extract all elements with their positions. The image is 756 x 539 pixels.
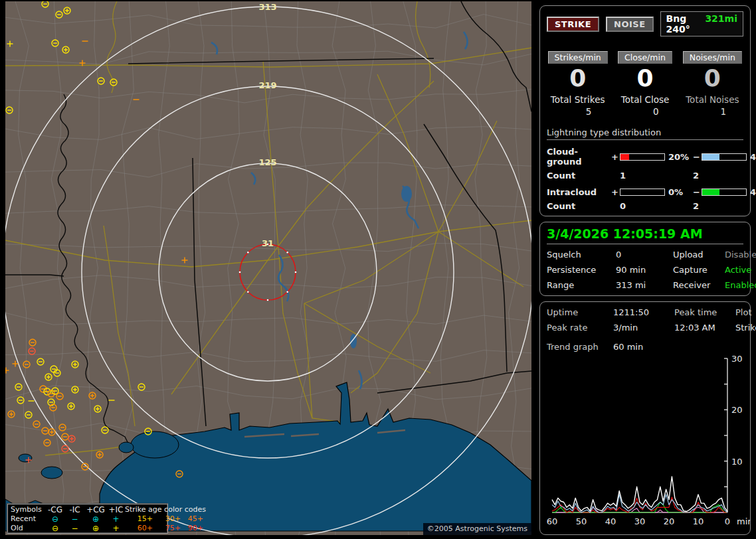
strike-button[interactable]: STRIKE [547,17,599,32]
noises-per-min-value: 0 [682,65,743,92]
trend-x-tick-30: 30 [634,516,646,526]
trend-x-unit: min [737,516,750,526]
cloud-ground-row: Cloud-ground + 20% − 40% [547,147,743,167]
trend-x-tick-60: 60 [547,516,557,526]
intracloud-row: Intracloud + 0% − 40% [547,187,743,197]
legend-age-75+: 75+ [153,524,181,533]
count-label: Count [547,171,611,181]
trend-x-tick-0: 0 [725,516,730,526]
total-strikes-value: 5 [547,106,609,117]
status-row: Squelch 0 Upload Disabled [547,250,743,260]
total-close-label: Total Close [614,94,676,105]
legend-row-label: Recent [11,514,45,524]
close-column: Close/min 0 Total Close 0 [614,51,676,117]
trend-x-tick-10: 10 [693,516,704,526]
total-strikes-label: Total Strikes [547,94,609,105]
trend-y-tick-10: 10 [731,457,743,467]
close-per-min-value: 0 [614,65,676,92]
strikes-column: Strikes/min 0 Total Strikes 5 [547,51,609,117]
range-label: Range [547,280,616,290]
map-canvas[interactable]: 313 219 125 31 Symbols-CG-IC+CG+ICStrike… [5,1,531,535]
legend-symbol-2-icon: ⊕ [84,514,107,524]
copyright-text: ©2005 Astrogenic Systems [423,523,531,535]
plus-sign: + [611,187,620,197]
uptime-value: 1211:50 [613,307,674,317]
status-panel: 3/4/2026 12:05:19 AM Squelch 0 Upload Di… [539,222,751,296]
strike-legend-grid: Symbols-CG-IC+CG+ICStrike age color code… [11,505,164,533]
legend-header--CG: -CG [45,505,65,514]
legend-symbol-3-icon: + [107,524,125,533]
legend-row-label: Old [11,524,45,533]
cg-negative-pct: 40% [747,152,756,162]
legend-age-30+: 30+ [153,514,181,524]
close-per-min-chip[interactable]: Close/min [618,51,672,64]
upload-label: Upload [673,250,725,260]
ic-negative-count: 2 [693,201,756,211]
trend-y-tick-20: 20 [731,405,743,415]
trend-panel: Uptime 1211:50 Peak time Plot Peak rate … [539,301,751,535]
legend-symbol-0-icon: ⊖ [45,514,65,524]
ic-negative-bar [702,189,747,196]
trend-x-tick-50: 50 [576,516,587,526]
squelch-value: 0 [616,250,673,260]
cg-positive-bar [620,153,665,161]
minus-sign: − [693,187,702,197]
count-label: Count [547,201,611,211]
noises-column: Noises/min 0 Total Noises 1 [682,51,743,117]
ring-label-219: 219 [258,80,276,90]
total-noises-label: Total Noises [682,94,743,105]
legend-symbol-0-icon: ⊖ [45,524,65,533]
total-close-value: 0 [614,106,676,117]
plot-label: Plot [735,307,752,317]
strikes-per-min-chip[interactable]: Strikes/min [548,51,608,64]
trend-y-tick-30: 30 [731,354,743,364]
legend-symbol-2-icon: ⊕ [84,524,107,533]
trend-x-tick-40: 40 [605,516,616,526]
cg-positive-fill [620,154,629,160]
legend-symbol-1-icon: − [65,514,84,524]
legend-header--IC: -IC [65,505,84,514]
total-noises-value: 1 [682,106,743,117]
lightning-map[interactable]: 313 219 125 31 [5,1,531,535]
peak-rate-label: Peak rate [547,323,613,333]
intracloud-label: Intracloud [547,187,611,197]
minus-sign: − [693,152,702,162]
plus-sign: + [611,152,620,162]
uptime-row: Uptime 1211:50 Peak time Plot [547,307,746,317]
range-value: 313 mi [616,280,673,290]
legend-header-symbols: Symbols [11,505,45,514]
cloud-ground-label: Cloud-ground [547,147,611,167]
legend-symbol-1-icon: − [65,524,84,533]
intracloud-count-row: Count 0 2 [547,201,743,211]
bearing-display: Bng 240° 321mi [660,11,743,37]
cg-negative-count: 2 [693,171,756,181]
trend-graph: 1020306050403020100min [547,354,750,532]
strike-legend: Symbols-CG-IC+CG+ICStrike age color code… [7,503,168,534]
status-row: Persistence 90 min Capture Active [547,265,743,275]
ic-positive-pct: 0% [665,187,693,197]
peak-rate-value: 3/min [613,323,674,333]
capture-status: Active [725,265,751,275]
persistence-value: 90 min [616,265,673,275]
distribution-title: Lightning type distribution [547,127,743,140]
receiver-status: Enabled [725,280,756,290]
noise-button[interactable]: NOISE [606,17,654,32]
legend-age-header: Strike age color codes [125,505,203,514]
legend-header-+IC: +IC [107,505,125,514]
trend-graph-value: 60 min [613,342,746,352]
ic-positive-bar [620,189,665,196]
bearing-label: Bng 240° [666,13,699,35]
legend-age-90+: 90+ [181,524,203,533]
peak-time-label: Peak time [674,307,735,317]
legend-age-45+: 45+ [181,514,203,524]
noises-per-min-chip[interactable]: Noises/min [683,51,742,64]
ring-label-125: 125 [258,157,276,167]
peak-time-value: 12:03 AM [674,323,735,333]
persistence-label: Persistence [547,265,616,275]
cg-positive-count: 1 [620,171,693,181]
ic-negative-pct: 40% [747,187,756,197]
peak-rate-row: Peak rate 3/min 12:03 AM Strike [547,323,746,333]
trend-x-tick-20: 20 [664,516,675,526]
bearing-distance: 321mi [705,13,737,35]
ic-positive-count: 0 [620,201,693,211]
